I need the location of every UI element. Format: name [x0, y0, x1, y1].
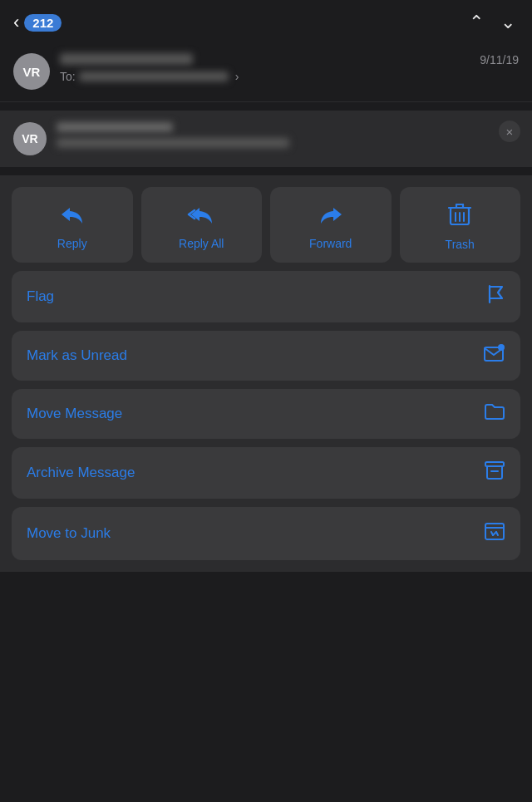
- reply-button[interactable]: Reply: [12, 187, 133, 263]
- svg-rect-12: [485, 524, 504, 539]
- archive-label: Archive Message: [27, 465, 135, 481]
- nav-down-arrow[interactable]: ⌄: [500, 12, 515, 33]
- preview-content: [57, 122, 519, 148]
- back-button[interactable]: ‹ 212: [13, 13, 62, 32]
- divider: [0, 101, 532, 102]
- reply-all-button[interactable]: Reply All: [141, 187, 263, 263]
- junk-action[interactable]: Move to Junk: [12, 507, 520, 560]
- sender-name-blurred: [60, 53, 193, 65]
- email-header: VR To: › 9/11/19: [0, 45, 532, 101]
- preview-subject-blurred: [57, 122, 173, 132]
- forward-button[interactable]: Forward: [270, 187, 392, 263]
- junk-label: Move to Junk: [27, 525, 111, 542]
- mark-unread-icon: [484, 344, 505, 367]
- trash-label: Trash: [446, 238, 475, 251]
- reply-all-icon: [186, 203, 216, 230]
- sender-avatar: VR: [13, 53, 50, 90]
- forward-icon: [318, 203, 344, 230]
- svg-rect-10: [485, 462, 504, 466]
- junk-icon: [484, 520, 505, 547]
- folder-icon: [484, 402, 505, 426]
- flag-label: Flag: [27, 288, 54, 305]
- recipient-blurred: [79, 71, 229, 81]
- move-message-action[interactable]: Move Message: [12, 389, 520, 439]
- email-meta: To: ›: [60, 53, 470, 83]
- nav-up-arrow[interactable]: ⌃: [469, 12, 484, 33]
- trash-icon: [448, 202, 471, 231]
- svg-line-16: [496, 532, 498, 535]
- trash-button[interactable]: Trash: [400, 187, 521, 263]
- svg-point-9: [498, 344, 505, 351]
- to-chevron-icon: ›: [235, 70, 239, 83]
- email-date: 9/11/19: [480, 53, 519, 66]
- preview-avatar: VR: [13, 122, 47, 155]
- back-chevron-icon: ‹: [13, 13, 19, 32]
- email-preview-card: VR ×: [0, 111, 532, 167]
- mail-count-badge: 212: [24, 14, 62, 32]
- to-row: To: ›: [60, 70, 470, 83]
- close-icon: ×: [506, 125, 514, 139]
- to-label: To:: [60, 70, 76, 83]
- flag-action[interactable]: Flag: [12, 271, 520, 322]
- forward-label: Forward: [309, 237, 352, 250]
- top-navigation-bar: ‹ 212 ⌃ ⌄: [0, 0, 532, 45]
- mark-unread-label: Mark as Unread: [27, 347, 127, 364]
- reply-icon: [59, 203, 86, 230]
- close-button[interactable]: ×: [499, 121, 520, 142]
- list-actions: Flag Mark as Unread Move Message: [12, 271, 520, 572]
- move-message-label: Move Message: [27, 406, 122, 422]
- preview-body-blurred: [57, 138, 289, 148]
- reply-label: Reply: [57, 237, 87, 250]
- action-panel: Reply Reply All Forward: [0, 175, 532, 572]
- flag-icon: [487, 284, 505, 309]
- archive-action[interactable]: Archive Message: [12, 447, 520, 499]
- top-action-buttons: Reply Reply All Forward: [12, 187, 520, 263]
- nav-arrows-container: ⌃ ⌄: [469, 12, 515, 33]
- archive-icon: [484, 460, 505, 485]
- reply-all-label: Reply All: [179, 237, 224, 250]
- mark-unread-action[interactable]: Mark as Unread: [12, 331, 520, 381]
